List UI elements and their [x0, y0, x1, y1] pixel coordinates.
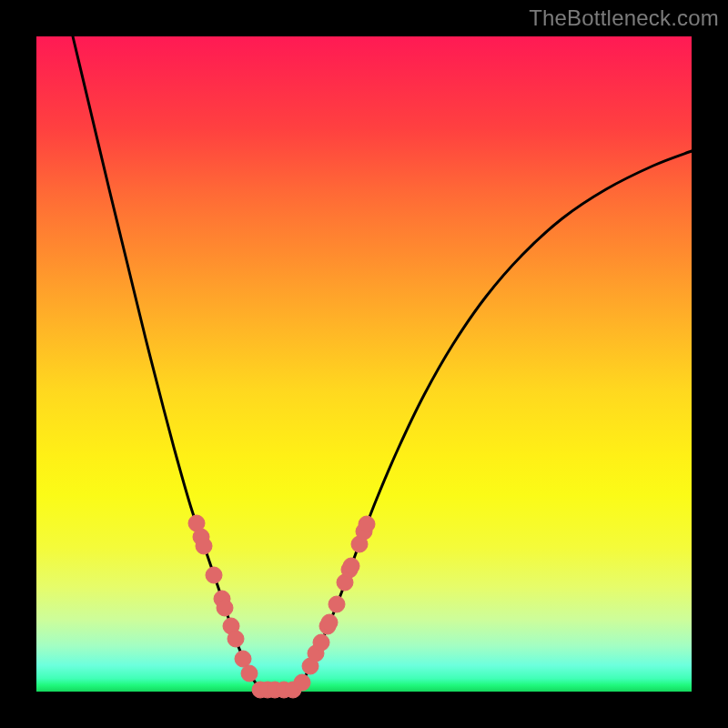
- data-dot: [241, 665, 258, 682]
- data-dot: [228, 631, 244, 647]
- curve-right: [297, 151, 692, 690]
- data-dot: [329, 596, 345, 612]
- curve-left: [73, 36, 260, 690]
- data-dot: [294, 674, 310, 691]
- data-dots: [188, 515, 375, 698]
- data-dot: [206, 567, 222, 583]
- watermark-text: TheBottleneck.com: [529, 5, 719, 31]
- data-dot: [313, 634, 329, 651]
- data-dot: [343, 558, 359, 574]
- data-dot: [217, 600, 233, 616]
- data-dot: [321, 614, 338, 631]
- data-dot: [235, 651, 251, 667]
- data-dot: [196, 538, 212, 554]
- data-dot: [359, 516, 375, 532]
- outer-frame: TheBottleneck.com: [0, 0, 728, 728]
- curve-overlay: [36, 36, 692, 692]
